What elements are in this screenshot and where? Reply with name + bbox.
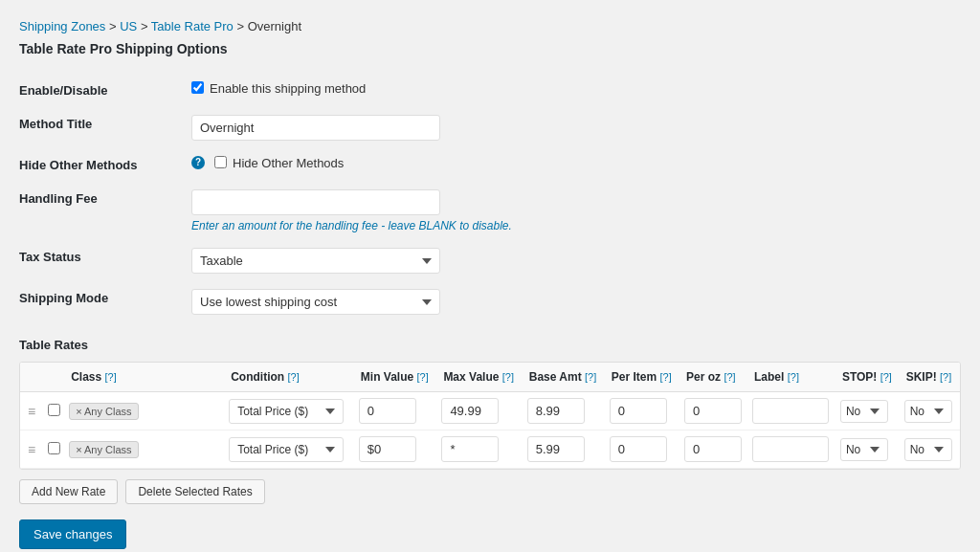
shipping-mode-row: Shipping Mode Use lowest shipping cost U… xyxy=(19,281,961,322)
handling-fee-label: Handling Fee xyxy=(19,182,191,240)
th-max-value: Max Value [?] xyxy=(437,363,523,392)
class-help[interactable]: [?] xyxy=(104,371,116,383)
handling-fee-hint: Enter an amount for the handling fee - l… xyxy=(191,219,961,232)
hide-methods-checkbox[interactable] xyxy=(214,156,227,168)
hide-methods-label: Hide Other Methods xyxy=(19,148,191,182)
th-per-item: Per Item [?] xyxy=(606,363,680,392)
settings-form: Enable/Disable Enable this shipping meth… xyxy=(19,74,961,322)
row-checkbox[interactable] xyxy=(48,404,60,416)
drag-handle[interactable]: ≡ xyxy=(24,404,39,419)
delete-selected-button[interactable]: Delete Selected Rates xyxy=(125,479,264,504)
per-oz-help[interactable]: [?] xyxy=(724,371,735,383)
min-value-help[interactable]: [?] xyxy=(417,371,429,383)
skip-select[interactable]: No Yes xyxy=(904,400,952,423)
th-check xyxy=(44,363,65,392)
enable-checkbox[interactable] xyxy=(191,81,204,94)
enable-disable-label: Enable/Disable xyxy=(19,74,191,107)
handling-fee-input[interactable] xyxy=(191,189,440,215)
breadcrumb-us[interactable]: US xyxy=(120,19,137,33)
th-min-value: Min Value [?] xyxy=(355,363,438,392)
hide-methods-info-icon[interactable]: ? xyxy=(191,156,205,169)
min-value-input[interactable] xyxy=(359,398,416,424)
min-value-input[interactable] xyxy=(359,436,416,462)
condition-help[interactable]: [?] xyxy=(287,371,299,383)
per-item-input[interactable] xyxy=(610,398,667,424)
rates-table: Class [?] Condition [?] Min Value [?] Ma… xyxy=(20,363,960,469)
th-skip: SKIP! [?] xyxy=(901,363,960,392)
max-value-input[interactable] xyxy=(441,436,499,462)
hide-methods-row: Hide Other Methods ? Hide Other Methods xyxy=(19,148,961,182)
per-item-help[interactable]: [?] xyxy=(660,371,672,383)
row-checkbox[interactable] xyxy=(48,442,60,454)
method-title-input[interactable] xyxy=(191,115,440,141)
label-help[interactable]: [?] xyxy=(788,371,799,383)
th-drag xyxy=(20,363,44,392)
th-per-oz: Per oz [?] xyxy=(680,363,748,392)
action-buttons: Add New Rate Delete Selected Rates xyxy=(19,479,961,504)
table-row: ≡ × Any Class Total Price ($) Total Weig… xyxy=(20,392,960,431)
base-amt-input[interactable] xyxy=(527,436,585,462)
rates-table-wrap: Class [?] Condition [?] Min Value [?] Ma… xyxy=(19,362,961,470)
breadcrumb: Shipping Zones > US > Table Rate Pro > O… xyxy=(19,19,961,33)
stop-select[interactable]: No Yes xyxy=(840,400,888,423)
enable-disable-row: Enable/Disable Enable this shipping meth… xyxy=(19,74,961,107)
shipping-mode-select[interactable]: Use lowest shipping cost Use highest shi… xyxy=(191,289,440,315)
per-oz-input[interactable] xyxy=(684,398,742,424)
method-title-label: Method Title xyxy=(19,107,191,148)
breadcrumb-table-rate-pro[interactable]: Table Rate Pro xyxy=(151,19,234,33)
stop-select[interactable]: No Yes xyxy=(840,438,888,461)
condition-select[interactable]: Total Price ($) Total Weight (lbs) Total… xyxy=(229,399,344,424)
skip-select[interactable]: No Yes xyxy=(904,438,952,461)
class-tag: × Any Class xyxy=(69,441,138,458)
shipping-mode-label: Shipping Mode xyxy=(19,281,191,322)
label-input[interactable] xyxy=(752,436,829,462)
max-value-input[interactable] xyxy=(441,398,499,424)
base-amt-help[interactable]: [?] xyxy=(585,371,596,383)
per-oz-input[interactable] xyxy=(684,436,742,462)
th-class: Class [?] xyxy=(65,363,225,392)
add-new-rate-button[interactable]: Add New Rate xyxy=(19,479,118,504)
rates-table-header: Class [?] Condition [?] Min Value [?] Ma… xyxy=(20,363,960,392)
th-base-amt: Base Amt [?] xyxy=(523,363,606,392)
per-item-input[interactable] xyxy=(610,436,667,462)
tax-status-select[interactable]: Taxable None xyxy=(191,248,440,274)
table-rates-label: Table Rates xyxy=(19,338,961,352)
th-stop: STOP! [?] xyxy=(836,363,901,392)
table-rates-section: Table Rates Class [?] Condition [?] xyxy=(19,338,961,504)
stop-help[interactable]: [?] xyxy=(880,371,892,383)
max-value-help[interactable]: [?] xyxy=(502,371,514,383)
condition-select[interactable]: Total Price ($) Total Weight (lbs) Total… xyxy=(229,437,344,462)
handling-fee-row: Handling Fee Enter an amount for the han… xyxy=(19,182,961,240)
table-row: ≡ × Any Class Total Price ($) Total Weig… xyxy=(20,431,960,469)
skip-help[interactable]: [?] xyxy=(940,371,951,383)
class-tag: × Any Class xyxy=(69,403,138,420)
base-amt-input[interactable] xyxy=(527,398,585,424)
breadcrumb-current: Overnight xyxy=(248,19,301,33)
drag-handle[interactable]: ≡ xyxy=(24,442,39,457)
enable-checkbox-label: Enable this shipping method xyxy=(210,81,366,96)
breadcrumb-shipping-zones[interactable]: Shipping Zones xyxy=(19,19,105,33)
th-label: Label [?] xyxy=(748,363,836,392)
tax-status-row: Tax Status Taxable None xyxy=(19,240,961,281)
th-condition: Condition [?] xyxy=(225,363,355,392)
method-title-row: Method Title xyxy=(19,107,961,148)
save-changes-button[interactable]: Save changes xyxy=(19,519,126,549)
hide-methods-checkbox-label: Hide Other Methods xyxy=(233,156,344,170)
page-title: Table Rate Pro Shipping Options xyxy=(19,41,961,56)
label-input[interactable] xyxy=(752,398,829,424)
tax-status-label: Tax Status xyxy=(19,240,191,281)
